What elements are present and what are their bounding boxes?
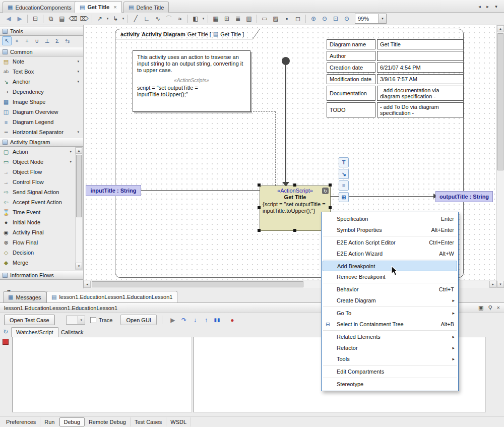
open-gui-button[interactable]: Open GUI bbox=[120, 315, 157, 325]
palette-item-decision[interactable]: ◇ Decision bbox=[1, 248, 74, 258]
menu-item-tools[interactable]: Tools ▸ bbox=[322, 353, 458, 364]
dropdown-icon[interactable]: ▾ bbox=[77, 59, 79, 64]
palette-item-control-flow[interactable]: → Control Flow bbox=[1, 177, 74, 187]
zoom-input[interactable]: 99% bbox=[355, 14, 379, 24]
palette-section-common[interactable]: Common bbox=[0, 47, 83, 56]
tab-run[interactable]: Run bbox=[40, 417, 59, 426]
dropdown-icon[interactable]: ▾ bbox=[201, 14, 206, 24]
scrollbar-thumb[interactable] bbox=[92, 281, 303, 287]
manipulator-text-icon[interactable]: T bbox=[339, 157, 349, 167]
scroll-up-icon[interactable]: ▴ bbox=[497, 25, 504, 32]
dropdown-icon[interactable]: ▾ bbox=[121, 14, 125, 24]
dropdown-icon[interactable]: ▾ bbox=[77, 80, 79, 84]
tab-remote-debug[interactable]: Remote Debug bbox=[85, 417, 131, 426]
tool-button-5[interactable]: ⊥ bbox=[42, 36, 52, 45]
palette-item-text-box[interactable]: ab Text Box ▾ bbox=[1, 67, 81, 77]
input-object-flow-edge[interactable] bbox=[141, 190, 260, 191]
pin-panel-icon[interactable]: ⚲ bbox=[488, 304, 492, 311]
step-into-icon[interactable]: ↓ bbox=[190, 315, 201, 325]
scrollbar-thumb[interactable] bbox=[497, 33, 503, 170]
note-anchor-line[interactable] bbox=[275, 111, 276, 186]
zoom-one-to-one-icon[interactable]: ⊙ bbox=[341, 14, 352, 24]
tab-scroll-left-icon[interactable]: ◂ bbox=[476, 3, 483, 10]
action-script-badge-icon[interactable]: ↻ bbox=[322, 188, 329, 194]
menu-item-refactor[interactable]: Refactor ▸ bbox=[322, 342, 458, 353]
copy-icon[interactable]: ⧉ bbox=[45, 14, 56, 24]
palette-item-object-flow[interactable]: → Object Flow bbox=[1, 167, 74, 177]
pause-icon[interactable]: ▮▮ bbox=[212, 315, 223, 325]
palette-item-time-event[interactable]: ⌛ Time Event bbox=[1, 207, 74, 217]
refresh-icon[interactable]: ↻ bbox=[3, 328, 8, 335]
selection-handle[interactable] bbox=[329, 184, 332, 187]
selection-handle[interactable] bbox=[258, 184, 261, 187]
palette-item-initial-node[interactable]: ● Initial Node bbox=[1, 217, 74, 227]
tool-button-2[interactable]: ⌖ bbox=[12, 36, 22, 45]
float-panel-icon[interactable]: ▣ bbox=[478, 304, 483, 311]
palette-item-action[interactable]: ▢ Action ▾ bbox=[1, 147, 74, 157]
compartments-icon[interactable]: ▥ bbox=[243, 14, 255, 24]
palette-scrollbar[interactable]: ▴ ▾ bbox=[75, 147, 83, 270]
palette-item-merge[interactable]: ◆ Merge bbox=[1, 258, 74, 268]
tab-education-components[interactable]: ▦ EducationComponents bbox=[3, 2, 77, 13]
zoom-in-icon[interactable]: ⊕ bbox=[308, 14, 319, 24]
test-case-combo[interactable]: ▾ bbox=[66, 316, 85, 325]
menu-item-stereotype[interactable]: Stereotype bbox=[322, 379, 458, 390]
open-test-case-button[interactable]: Open Test Case bbox=[4, 315, 55, 325]
palette-item-anchor[interactable]: ↘ Anchor ▾ bbox=[1, 77, 81, 87]
selection-handle[interactable] bbox=[258, 206, 261, 209]
forward-icon[interactable]: ▶ bbox=[14, 14, 25, 24]
menu-item-create-diagram[interactable]: Create Diagram ▸ bbox=[322, 295, 458, 306]
rectilinear-path-icon[interactable]: ∟ bbox=[141, 14, 152, 24]
selection-handle[interactable] bbox=[293, 229, 296, 232]
menu-item-go-to[interactable]: Go To ▸ bbox=[322, 308, 458, 319]
select-in-containment-tree-icon[interactable]: ⊟ bbox=[30, 14, 41, 24]
step-out-icon[interactable]: ↑ bbox=[201, 315, 212, 325]
input-parameter-node[interactable]: inputTitle : String bbox=[86, 185, 141, 196]
note-anchor-icon[interactable]: ↗ bbox=[94, 14, 105, 24]
menu-item-add-breakpoint[interactable]: Add Breakpoint bbox=[323, 261, 457, 271]
close-tab-icon[interactable]: × bbox=[113, 4, 116, 10]
menu-item-remove-breakpoint[interactable]: Remove Breakpoint bbox=[322, 271, 458, 282]
scroll-down-icon[interactable]: ▾ bbox=[76, 263, 82, 269]
image-frame-icon[interactable]: ◻ bbox=[292, 14, 303, 24]
manipulator-compartments-icon[interactable]: ≡ bbox=[339, 180, 349, 191]
tool-button-4[interactable]: ∪ bbox=[32, 36, 42, 45]
zoom-out-icon[interactable]: ⊖ bbox=[319, 14, 330, 24]
menu-item-edit-compartments[interactable]: Edit Compartments bbox=[322, 366, 458, 377]
combo-field[interactable] bbox=[66, 316, 78, 325]
bezier-path-icon[interactable]: ∿ bbox=[152, 14, 163, 24]
snap-to-grid-icon[interactable]: ⊞ bbox=[221, 14, 232, 24]
action-node-get-title[interactable]: ↻ «ActionScript» Get Title {script = "se… bbox=[260, 186, 331, 231]
palette-item-send-signal-action[interactable]: ⇨ Send Signal Action bbox=[1, 187, 74, 197]
tab-debug[interactable]: Debug bbox=[59, 417, 85, 426]
dropdown-icon[interactable]: ▾ bbox=[77, 130, 79, 134]
initial-node[interactable] bbox=[282, 57, 290, 65]
watches-panel[interactable] bbox=[12, 337, 192, 412]
select-tool-button[interactable]: ↖ bbox=[2, 36, 12, 45]
selection-handle[interactable] bbox=[258, 229, 261, 232]
tab-test-cases[interactable]: Test Cases bbox=[131, 417, 166, 426]
play-icon[interactable]: ▶ bbox=[167, 315, 178, 325]
show-grid-icon[interactable]: ▦ bbox=[210, 14, 221, 24]
image-shade-icon[interactable]: ▨ bbox=[270, 14, 281, 24]
tool-button-3[interactable]: + bbox=[22, 36, 32, 45]
note-anchor-line[interactable] bbox=[250, 111, 275, 112]
selection-handle[interactable] bbox=[329, 206, 332, 209]
image-dark-icon[interactable]: ▪ bbox=[281, 14, 292, 24]
tab-scroll-right-icon[interactable]: ▸ bbox=[484, 3, 491, 10]
palette-item-object-node[interactable]: ▭ Object Node ▾ bbox=[1, 157, 74, 167]
tab-get-title[interactable]: ▤ Get Title × bbox=[75, 1, 122, 13]
palette-item-accept-event-action[interactable]: ⇦ Accept Event Action bbox=[1, 197, 74, 207]
scrollbar-thumb[interactable] bbox=[76, 155, 82, 217]
scroll-right-icon[interactable]: ▸ bbox=[489, 281, 496, 288]
dropdown-icon[interactable]: ▾ bbox=[70, 160, 72, 164]
note-shape[interactable]: This activity uses an action to traverse… bbox=[133, 50, 250, 112]
curve-path-icon[interactable]: ⌒ bbox=[163, 14, 174, 24]
tool-button-6[interactable]: Σ bbox=[52, 36, 62, 45]
palette-item-image-shape[interactable]: ▦ Image Shape bbox=[1, 97, 81, 107]
layout-icon[interactable]: ≣ bbox=[232, 14, 243, 24]
back-icon[interactable]: ◀ bbox=[3, 14, 14, 24]
palette-item-horizontal-separator[interactable]: ┅ Horizontal Separator ▾ bbox=[1, 127, 81, 137]
breakpoint-marker[interactable] bbox=[3, 339, 9, 345]
terminate-icon[interactable]: ● bbox=[227, 315, 238, 325]
